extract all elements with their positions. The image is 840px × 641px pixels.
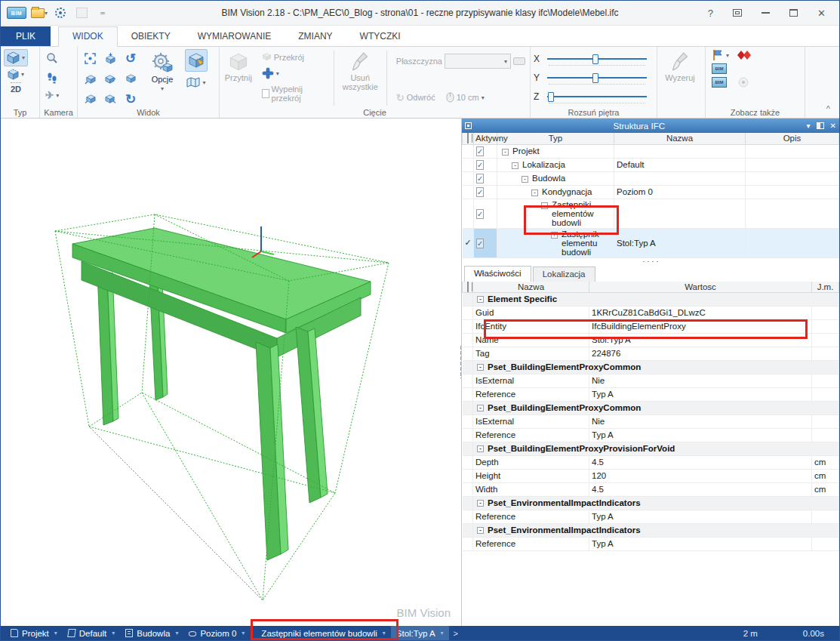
expander-icon[interactable]: - <box>502 149 509 156</box>
column-nazwa[interactable]: Nazwa <box>614 133 746 144</box>
property-group-row[interactable]: -Element Specific <box>463 292 839 306</box>
slider-x-thumb[interactable] <box>592 54 598 64</box>
property-group-row[interactable]: -Pset_EnvironmentalImpactIndicators <box>463 496 839 510</box>
view-left-button[interactable] <box>81 90 99 108</box>
view-right-button[interactable] <box>101 90 119 108</box>
table-row[interactable]: ✓ -Zastępniki elementów budowli <box>463 199 839 228</box>
view-front-button[interactable] <box>81 69 99 88</box>
focus-selection-button[interactable] <box>52 5 69 21</box>
column-wartosc[interactable]: Wartosc <box>589 282 812 293</box>
slider-x[interactable] <box>547 54 647 64</box>
expander-icon[interactable]: - <box>477 527 484 534</box>
column-typ[interactable]: Typ <box>497 133 614 144</box>
active-checkbox[interactable]: ✓ <box>476 146 484 156</box>
view-type-hidden-button[interactable]: ▾ <box>8 69 24 80</box>
tab-plik[interactable]: PLIK <box>1 26 51 46</box>
open-file-button[interactable]: ▾ <box>31 5 48 21</box>
dropdown-icon[interactable]: ▾ <box>242 630 245 636</box>
panel-dock-button[interactable] <box>817 122 824 129</box>
property-row[interactable]: Guid1KRrCuZ81CaBdGi1_DLwzC <box>463 306 839 319</box>
app-logo-icon[interactable]: BIM <box>7 5 26 21</box>
fly-camera-button[interactable]: ✈ ▾ <box>45 90 60 100</box>
column-options-header[interactable] <box>463 282 473 293</box>
tab-obiekty[interactable]: OBIEKTY <box>118 27 184 46</box>
property-row[interactable]: Tag224876 <box>463 347 839 360</box>
breadcrumb-default[interactable]: Default ▾ <box>63 626 120 640</box>
table-row[interactable]: ✓ -Budowla <box>463 171 839 185</box>
view-type-2d-button[interactable]: 2D <box>11 82 21 94</box>
breadcrumb-projekt[interactable]: Projekt ▾ <box>5 626 63 640</box>
column-opis[interactable]: Opis <box>746 133 839 144</box>
fullscreen-button[interactable] <box>733 9 742 17</box>
dropdown-icon[interactable]: ▾ <box>112 630 115 636</box>
rotate-right-button[interactable]: ↻ <box>122 90 140 108</box>
active-checkbox[interactable]: ✓ <box>476 160 484 170</box>
tab-lokalizacja[interactable]: Lokalizacja <box>533 267 595 282</box>
tab-wtyczki[interactable]: WTYCZKI <box>346 27 414 46</box>
active-checkbox[interactable]: ✓ <box>476 209 484 219</box>
breadcrumb-budowla[interactable]: Budowla ▾ <box>120 626 183 640</box>
opcje-button[interactable]: Opcje ▾ <box>143 49 182 107</box>
property-row[interactable]: Depth4.5cm <box>463 455 839 469</box>
property-row-ifcentity[interactable]: IfcEntityIfcBuildingElementProxy <box>463 319 839 333</box>
property-row[interactable]: ReferenceTyp A <box>463 510 839 523</box>
breadcrumb-expand-chevron[interactable]: > <box>449 629 463 638</box>
slider-y[interactable] <box>547 72 647 83</box>
flags-button[interactable]: ▾ <box>712 49 729 61</box>
help-button[interactable]: ? <box>708 8 713 19</box>
minimize-button[interactable] <box>762 12 770 14</box>
ribbon-collapse-button[interactable]: ^ <box>826 104 830 113</box>
active-checkbox[interactable]: ✓ <box>476 187 484 197</box>
zoom-extents-button[interactable] <box>81 49 99 67</box>
dropdown-icon[interactable]: ▾ <box>441 630 444 636</box>
zoom-camera-button[interactable] <box>43 49 61 67</box>
expander-icon[interactable]: - <box>477 364 484 371</box>
dropdown-icon[interactable]: ▾ <box>383 630 386 636</box>
expander-icon[interactable]: - <box>477 405 484 411</box>
column-jm[interactable]: J.m. <box>812 282 839 293</box>
bim-panel-icon-2[interactable]: BIM <box>712 77 727 88</box>
property-row[interactable]: Width4.5cm <box>463 482 839 496</box>
tab-zmiany[interactable]: ZMIANY <box>285 27 346 46</box>
column-aktywny[interactable]: Aktywny <box>474 133 497 144</box>
tab-widok[interactable]: WIDOK <box>58 26 118 47</box>
textures-button[interactable] <box>185 49 208 72</box>
rotate-left-button[interactable]: ↺ <box>122 49 140 67</box>
maximize-button[interactable] <box>789 9 798 17</box>
expander-icon[interactable]: - <box>531 190 538 196</box>
customize-toolbar-button[interactable]: ═ <box>94 5 111 21</box>
view-type-3d-button[interactable]: ▾ <box>4 49 28 66</box>
walk-camera-button[interactable] <box>43 69 61 88</box>
horizontal-splitter[interactable] <box>462 258 839 264</box>
property-row[interactable]: ReferenceTyp A <box>463 428 839 442</box>
expander-icon[interactable]: - <box>477 500 484 507</box>
active-checkbox[interactable]: ✓ <box>476 174 484 183</box>
tab-wlasciwosci[interactable]: Właściwości <box>464 266 531 282</box>
expander-icon[interactable]: + <box>551 232 558 239</box>
expander-icon[interactable]: - <box>522 176 528 183</box>
breadcrumb-stol[interactable]: Stol:Typ A ▾ <box>391 626 449 640</box>
table-row-selected[interactable]: ✓ ✓ +Zastępnik elementu budowli Stol:Typ… <box>463 228 839 257</box>
property-row[interactable]: IsExternalNie <box>463 374 839 387</box>
viewport-3d[interactable]: BIM Vision <box>1 119 462 627</box>
property-group-row[interactable]: -Pset_BuildingElementProxyCommon <box>463 360 839 374</box>
panel-close-button[interactable]: ✕ <box>830 122 836 130</box>
slider-z[interactable] <box>547 91 647 102</box>
breadcrumb-poziom[interactable]: Poziom 0 ▾ <box>183 626 250 640</box>
property-row[interactable]: NameStol:Typ A <box>463 333 839 347</box>
property-group-row[interactable]: -Pset_BuildingElementProxyCommon <box>463 401 839 414</box>
view-top-button[interactable] <box>101 49 119 67</box>
tab-wymiarowanie[interactable]: WYMIAROWANIE <box>184 27 285 46</box>
column-nazwa[interactable]: Nazwa <box>473 282 589 293</box>
property-row[interactable]: ReferenceTyp A <box>463 387 839 401</box>
add-section-button[interactable]: ▾ <box>262 67 322 79</box>
dropdown-icon[interactable]: ▾ <box>54 630 57 636</box>
dropdown-icon[interactable]: ▾ <box>175 630 178 636</box>
map-button[interactable]: ▾ <box>186 77 205 88</box>
expander-icon[interactable]: - <box>477 445 484 452</box>
table-row[interactable]: ✓ -Projekt <box>463 144 839 158</box>
slider-y-thumb[interactable] <box>592 73 598 83</box>
property-group-row[interactable]: -Pset_BuildingElementProxyProvisionForVo… <box>463 442 839 455</box>
panel-menu-button[interactable]: ▾ <box>807 122 811 130</box>
view-iso-button[interactable] <box>122 69 140 88</box>
